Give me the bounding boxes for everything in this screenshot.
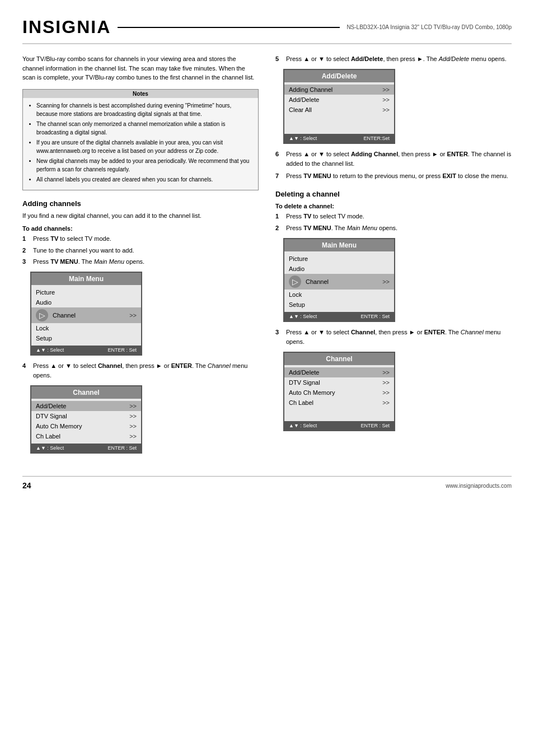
menu-item-lock-right: Lock bbox=[284, 290, 394, 300]
add-delete-item-adddel: Add/Delete >> bbox=[284, 95, 394, 105]
step-3: 3 Press TV MENU. The Main Menu opens. bbox=[22, 257, 259, 267]
footer-url: www.insigniaproducts.com bbox=[446, 483, 512, 489]
note-item-2: The channel scan only memorized a channe… bbox=[36, 120, 252, 137]
right-column: 5 Press ▲ or ▼ to select Add/Delete, the… bbox=[275, 54, 512, 459]
step-text-4: Press ▲ or ▼ to select Channel, then pre… bbox=[33, 361, 259, 381]
channel-menu-footer-select-left: ▲▼ : Select bbox=[36, 445, 64, 451]
menu-footer-select-right: ▲▼ : Select bbox=[289, 314, 317, 319]
adding-channels-intro: If you find a new digital channel, you c… bbox=[22, 211, 259, 221]
step-num-4: 4 bbox=[22, 361, 30, 381]
channel-menu-title-left: Channel bbox=[31, 386, 141, 399]
main-menu-footer-right: ▲▼ : Select ENTER : Set bbox=[284, 312, 394, 321]
main-menu-footer-left: ▲▼ : Select ENTER : Set bbox=[31, 346, 141, 354]
add-delete-item-clearall: Clear All >> bbox=[284, 105, 394, 115]
channel-menu-box-left: Channel Add/Delete >> DTV Signal >> Auto… bbox=[30, 385, 142, 454]
note-item-3: If you are unsure of the digital channel… bbox=[36, 138, 252, 155]
step-7: 7 Press TV MENU to return to the previou… bbox=[275, 171, 512, 181]
channel-menu-footer-set-left: ENTER : Set bbox=[107, 445, 137, 451]
delete-step-text-3: Press ▲ or ▼ to select Channel, then pre… bbox=[286, 328, 512, 347]
deleting-channel-title: Deleting a channel bbox=[275, 190, 512, 198]
page-number: 24 bbox=[22, 481, 31, 490]
main-menu-body-left: Picture Audio ▷ Channel >> Lock Setup bbox=[31, 285, 141, 346]
menu-spacer bbox=[284, 115, 394, 132]
add-delete-footer-set: ENTER:Set bbox=[363, 136, 390, 141]
delete-step-2: 2 Press TV MENU. The Main Menu opens. bbox=[275, 223, 512, 234]
menu-footer-set-right: ENTER : Set bbox=[360, 314, 390, 319]
delete-steps-1-2: 1 Press TV to select TV mode. 2 Press TV… bbox=[275, 212, 512, 233]
main-menu-title-right: Main Menu bbox=[284, 239, 394, 251]
channel-menu-spacer bbox=[284, 408, 394, 419]
step-num-6: 6 bbox=[275, 150, 283, 169]
step-5: 5 Press ▲ or ▼ to select Add/Delete, the… bbox=[275, 54, 512, 64]
header-subtitle: NS-LBD32X-10A Insignia 32" LCD TV/Blu-ra… bbox=[346, 24, 512, 30]
notes-title: Notes bbox=[23, 90, 258, 98]
menu-item-audio-left: Audio bbox=[31, 297, 141, 307]
channel-menu-footer-set-right: ENTER : Set bbox=[360, 423, 390, 428]
note-item-4: New digital channels may be added to you… bbox=[36, 157, 252, 174]
channel-icon-left: ▷ bbox=[36, 309, 48, 321]
delete-step-num-1: 1 bbox=[275, 212, 283, 222]
step-6: 6 Press ▲ or ▼ to select Adding Channel,… bbox=[275, 150, 512, 169]
add-steps-1-3: 1 Press TV to select TV mode. 2 Tune to … bbox=[22, 234, 259, 267]
delete-channel-item-dtv: DTV Signal >> bbox=[284, 377, 394, 388]
step-text-3: Press TV MENU. The Main Menu opens. bbox=[33, 257, 259, 267]
step-num-2: 2 bbox=[22, 246, 30, 256]
menu-item-picture-left: Picture bbox=[31, 287, 141, 297]
notes-box: Notes Scanning for channels is best acco… bbox=[22, 89, 259, 190]
delete-step-num-3: 3 bbox=[275, 328, 283, 347]
add-delete-menu-body: Adding Channel >> Add/Delete >> Clear Al… bbox=[284, 82, 394, 134]
delete-step-text-2: Press TV MENU. The Main Menu opens. bbox=[286, 223, 512, 234]
channel-menu-footer-select-right: ▲▼ : Select bbox=[289, 423, 317, 428]
channel-menu-footer-right: ▲▼ : Select ENTER : Set bbox=[284, 421, 394, 430]
main-menu-title-left: Main Menu bbox=[31, 273, 141, 285]
step-text-1: Press TV to select TV mode. bbox=[33, 234, 259, 244]
notes-list: Scanning for channels is best accomplish… bbox=[36, 101, 252, 184]
main-menu-box-right: Main Menu Picture Audio ▷ Channel >> Loc… bbox=[283, 238, 395, 322]
step-text-5: Press ▲ or ▼ to select Add/Delete, then … bbox=[286, 54, 512, 64]
menu-item-channel-left: ▷ Channel >> bbox=[31, 307, 141, 323]
channel-menu-body-right: Add/Delete >> DTV Signal >> Auto Ch Memo… bbox=[284, 365, 394, 421]
add-delete-menu-footer: ▲▼ : Select ENTER:Set bbox=[284, 134, 394, 143]
step-num-1: 1 bbox=[22, 234, 30, 244]
note-item-5: All channel labels you created are clear… bbox=[36, 175, 252, 184]
channel-menu-body-left: Add/Delete >> DTV Signal >> Auto Ch Memo… bbox=[31, 399, 141, 444]
step-num-7: 7 bbox=[275, 171, 283, 181]
menu-item-picture-right: Picture bbox=[284, 254, 394, 264]
menu-item-setup-left: Setup bbox=[31, 333, 141, 343]
delete-step-text-1: Press TV to select TV mode. bbox=[286, 212, 512, 222]
add-delete-menu-box: Add/Delete Adding Channel >> Add/Delete … bbox=[283, 69, 395, 144]
channel-menu-footer-left: ▲▼ : Select ENTER : Set bbox=[31, 444, 141, 452]
delete-step-3: 3 Press ▲ or ▼ to select Channel, then p… bbox=[275, 328, 512, 347]
channel-menu-item-label: Ch Label >> bbox=[31, 431, 141, 441]
adding-channels-title: Adding channels bbox=[22, 199, 259, 208]
menu-footer-set-left: ENTER : Set bbox=[107, 347, 137, 353]
channel-menu-title-right: Channel bbox=[284, 353, 394, 365]
step-2: 2 Tune to the channel you want to add. bbox=[22, 246, 259, 256]
step-text-6: Press ▲ or ▼ to select Adding Channel, t… bbox=[286, 150, 512, 169]
step-text-7: Press TV MENU to return to the previous … bbox=[286, 171, 512, 181]
delete-channel-item-label: Ch Label >> bbox=[284, 398, 394, 408]
main-menu-body-right: Picture Audio ▷ Channel >> Lock Setup bbox=[284, 251, 394, 312]
delete-channel-item-add-delete: Add/Delete >> bbox=[284, 367, 394, 377]
delete-step-1: 1 Press TV to select TV mode. bbox=[275, 212, 512, 222]
menu-item-lock-left: Lock bbox=[31, 323, 141, 333]
channel-icon-right: ▷ bbox=[289, 276, 301, 288]
channel-menu-item-add-delete: Add/Delete >> bbox=[31, 401, 141, 411]
main-menu-box-left: Main Menu Picture Audio ▷ Channel >> Loc… bbox=[30, 272, 142, 356]
delete-channel-subsection: To delete a channel: bbox=[275, 203, 512, 209]
step-text-2: Tune to the channel you want to add. bbox=[33, 246, 259, 256]
left-column: Your TV/Blu-ray combo scans for channels… bbox=[22, 54, 259, 459]
page: INSIGNIA NS-LBD32X-10A Insignia 32" LCD … bbox=[0, 0, 534, 756]
step-1: 1 Press TV to select TV mode. bbox=[22, 234, 259, 244]
content-area: Your TV/Blu-ray combo scans for channels… bbox=[22, 54, 512, 459]
logo-line bbox=[118, 27, 340, 28]
logo: INSIGNIA bbox=[22, 17, 111, 38]
add-delete-footer-select: ▲▼ : Select bbox=[289, 136, 317, 141]
menu-footer-select-left: ▲▼ : Select bbox=[36, 347, 64, 353]
channel-menu-item-auto: Auto Ch Memory >> bbox=[31, 421, 141, 431]
step-num-3: 3 bbox=[22, 257, 30, 267]
menu-item-setup-right: Setup bbox=[284, 300, 394, 310]
add-delete-item-adding: Adding Channel >> bbox=[284, 85, 394, 95]
delete-channel-item-auto: Auto Ch Memory >> bbox=[284, 388, 394, 398]
note-item-1: Scanning for channels is best accomplish… bbox=[36, 101, 252, 118]
